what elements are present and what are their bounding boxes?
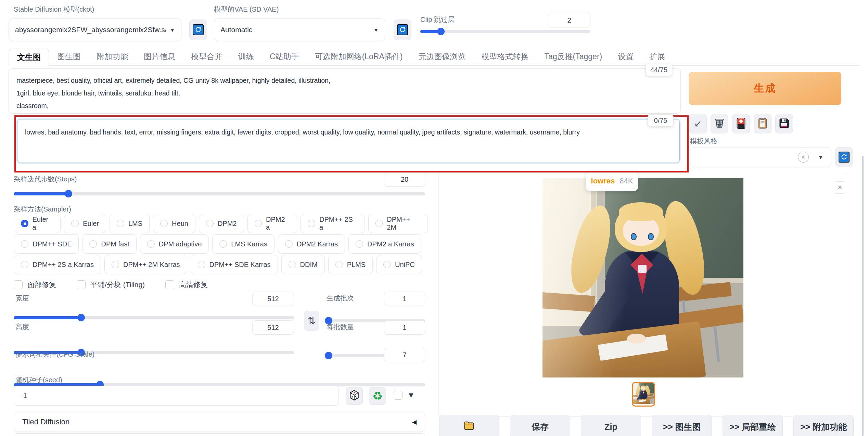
- clip-skip-input[interactable]: 2: [548, 13, 590, 27]
- page-scrollbar[interactable]: [862, 156, 864, 436]
- seed-input[interactable]: -1: [14, 386, 339, 406]
- slider-thumb[interactable]: [325, 352, 332, 359]
- sampler-option-Euler[interactable]: Euler: [64, 214, 106, 233]
- batch-count-input[interactable]: 1: [384, 292, 425, 306]
- swap-vertical-icon: ⇅: [307, 315, 315, 326]
- close-gallery-button[interactable]: ×: [834, 181, 846, 194]
- sampler-option-DPM++ 2M[interactable]: DPM++ 2M: [368, 214, 428, 233]
- footer-button-Zip[interactable]: Zip: [581, 415, 641, 436]
- extra-networks-button[interactable]: [732, 114, 750, 133]
- footer-button-附加功能[interactable]: >> 附加功能: [793, 415, 854, 436]
- cfg-label: 提示词相关性(CFG Scale): [15, 350, 94, 359]
- tab-训练[interactable]: 训练: [230, 48, 262, 65]
- extra-seed-checkbox[interactable]: [394, 391, 403, 400]
- generate-button[interactable]: 生成: [689, 72, 841, 105]
- sampler-option-DPM2 a Karras[interactable]: DPM2 a Karras: [348, 234, 421, 254]
- model-dropdown[interactable]: abyssorangemix2SFW_abyssorangemix2Sfw.sa…: [9, 18, 181, 41]
- tab-扩展[interactable]: 扩展: [641, 48, 673, 65]
- clear-style-icon[interactable]: ×: [798, 152, 809, 163]
- next-accordion-partial[interactable]: [14, 433, 425, 436]
- batch-size-input[interactable]: 1: [384, 320, 425, 335]
- negative-token-counter: 0/75: [648, 114, 674, 127]
- sampler-option-DPM2[interactable]: DPM2: [199, 214, 244, 233]
- sampler-option-Heun[interactable]: Heun: [153, 214, 195, 233]
- sampler-option-DPM++ 2S a[interactable]: DPM++ 2S a: [301, 214, 365, 233]
- slider-thumb[interactable]: [65, 190, 72, 197]
- tooltip-term: lowres: [591, 177, 615, 185]
- height-input[interactable]: 512: [252, 320, 294, 335]
- tab-可选附加网络(LoRA插件)[interactable]: 可选附加网络(LoRA插件): [307, 48, 411, 65]
- footer-button-局部重绘[interactable]: >> 局部重绘: [723, 415, 783, 436]
- width-input[interactable]: 512: [252, 292, 294, 306]
- recycle-icon: ♻: [372, 390, 383, 402]
- tab-设置[interactable]: 设置: [610, 48, 641, 65]
- slider-fill: [14, 192, 68, 195]
- folder-icon: [464, 421, 475, 433]
- tab-C站助手[interactable]: C站助手: [262, 48, 307, 65]
- footer-button-图生图[interactable]: >> 图生图: [652, 415, 712, 436]
- gallery-thumbnail[interactable]: [632, 382, 655, 407]
- sampler-option-PLMS[interactable]: PLMS: [328, 255, 373, 274]
- sampler-option-label: DPM fast: [101, 240, 129, 248]
- sampler-option-LMS[interactable]: LMS: [110, 214, 150, 233]
- checkbox-平铺/分块 (Tiling)[interactable]: 平铺/分块 (Tiling): [77, 280, 145, 290]
- sampler-option-DPM2 a[interactable]: DPM2 a: [247, 214, 297, 233]
- swap-dimensions-button[interactable]: ⇅: [304, 311, 319, 331]
- sampler-option-LMS Karras[interactable]: LMS Karras: [212, 234, 275, 254]
- radio-icon: [160, 220, 168, 227]
- save-style-button[interactable]: [775, 114, 793, 133]
- checkbox-高清修复[interactable]: 高清修复: [165, 280, 208, 290]
- tab-文生图[interactable]: 文生图: [9, 49, 49, 66]
- dice-icon: [349, 390, 359, 402]
- sampler-option-DPM adaptive[interactable]: DPM adaptive: [140, 234, 209, 254]
- style-refresh-button[interactable]: [835, 147, 853, 167]
- generated-image[interactable]: [542, 178, 743, 377]
- sampler-option-DPM fast[interactable]: DPM fast: [82, 234, 136, 254]
- tab-模型格式转换[interactable]: 模型格式转换: [473, 48, 536, 65]
- slider-thumb[interactable]: [77, 314, 85, 321]
- tab-图生图[interactable]: 图生图: [49, 48, 89, 65]
- sampler-option-DDIM[interactable]: DDIM: [281, 255, 325, 274]
- random-seed-button[interactable]: [346, 387, 363, 405]
- model-refresh-button[interactable]: [189, 20, 207, 40]
- checkbox-面部修复[interactable]: 面部修复: [14, 280, 56, 290]
- cfg-input[interactable]: 7: [384, 348, 425, 362]
- checkbox-label: 高清修复: [179, 280, 208, 290]
- radio-icon: [308, 220, 315, 227]
- send-back-button[interactable]: ↙: [689, 114, 707, 133]
- tab-Tag反推(Tagger)[interactable]: Tag反推(Tagger): [536, 48, 610, 65]
- sampler-option-DPM++ SDE[interactable]: DPM++ SDE: [14, 234, 79, 254]
- tiled-diffusion-accordion[interactable]: Tiled Diffusion ◀: [14, 412, 425, 432]
- steps-slider[interactable]: [14, 192, 425, 195]
- close-icon: ×: [838, 183, 842, 192]
- prompt-textarea[interactable]: masterpiece, best quality, official art,…: [9, 68, 681, 114]
- style-dropdown[interactable]: × ▼: [690, 147, 831, 167]
- sampler-option-label: DPM2 a Karras: [367, 240, 414, 248]
- chevron-down-icon: ▼: [170, 27, 175, 33]
- open-folder-button[interactable]: [439, 415, 499, 436]
- sampler-option-DPM2 Karras[interactable]: DPM2 Karras: [278, 234, 345, 254]
- vae-refresh-button[interactable]: [394, 20, 411, 40]
- sampler-option-UniPC[interactable]: UniPC: [376, 255, 422, 274]
- reuse-seed-button[interactable]: ♻: [369, 387, 386, 405]
- seed-label: 随机种子(seed): [15, 375, 62, 385]
- sampler-option-DPM++ SDE Karras[interactable]: DPM++ SDE Karras: [191, 255, 278, 274]
- tab-模型合并[interactable]: 模型合并: [183, 48, 230, 65]
- vae-dropdown[interactable]: Automatic ▼: [214, 18, 385, 41]
- tab-无边图像浏览[interactable]: 无边图像浏览: [410, 48, 473, 65]
- sampler-option-DPM++ 2M Karras[interactable]: DPM++ 2M Karras: [104, 255, 187, 274]
- sampler-option-label: DPM++ 2S a Karras: [33, 261, 94, 269]
- clip-skip-slider[interactable]: [420, 30, 590, 33]
- footer-button-保存[interactable]: 保存: [510, 415, 570, 436]
- clear-prompt-button[interactable]: [711, 114, 728, 133]
- seed-extras-caret-icon[interactable]: ▼: [407, 391, 415, 400]
- slider-thumb[interactable]: [437, 28, 445, 35]
- tab-图片信息[interactable]: 图片信息: [136, 48, 183, 65]
- sampler-option-DPM++ 2S a Karras[interactable]: DPM++ 2S a Karras: [14, 255, 101, 274]
- tab-附加功能[interactable]: 附加功能: [89, 48, 136, 65]
- paste-clipboard-button[interactable]: [754, 114, 771, 133]
- negative-prompt-textarea[interactable]: lowres, bad anatomy, bad hands, text, er…: [17, 119, 680, 163]
- sampler-option-Euler a[interactable]: Euler a: [14, 214, 61, 233]
- steps-input[interactable]: 20: [384, 172, 425, 187]
- width-slider[interactable]: [14, 316, 294, 319]
